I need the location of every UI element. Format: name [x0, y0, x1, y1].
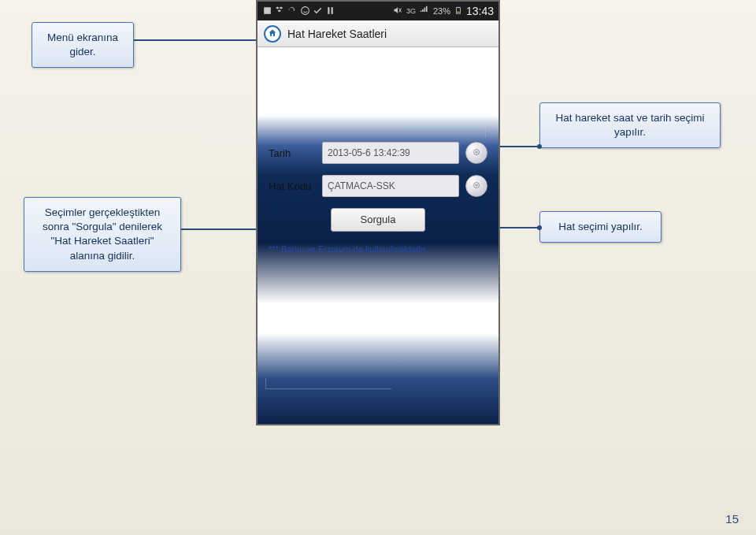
mute-icon	[393, 6, 402, 17]
check-icon	[313, 6, 323, 17]
picker-icon	[471, 147, 482, 160]
decor-line	[265, 378, 391, 389]
battery-icon	[454, 5, 462, 17]
svg-rect-6	[457, 12, 459, 13]
battery-percent: 23%	[433, 6, 450, 16]
status-left-icons	[262, 6, 335, 17]
svg-point-0	[302, 6, 309, 14]
app-header: Hat Hareket Saatleri	[258, 20, 498, 47]
row-hatkodu: Hat Kodu ÇATMACA-SSK	[269, 175, 487, 197]
tarih-picker-button[interactable]	[465, 142, 487, 164]
home-button[interactable]	[264, 25, 281, 43]
picker-icon	[471, 180, 482, 193]
svg-point-11	[476, 184, 477, 185]
svg-point-10	[474, 182, 480, 188]
pause-icon	[325, 6, 335, 17]
phone-frame: 3G 23% 13:43 Hat Hareket Saatleri Tarih …	[256, 0, 500, 425]
signal-icon	[420, 6, 429, 17]
hatkodu-field[interactable]: ÇATMACA-SSK	[322, 175, 459, 197]
svg-rect-7	[458, 7, 460, 8]
tarih-field[interactable]: 2013-05-6 13:42:39	[322, 142, 459, 164]
sync-icon	[287, 6, 298, 17]
signal-3g-icon: 3G	[406, 7, 416, 15]
row-tarih: Tarih 2013-05-6 13:42:39	[269, 142, 487, 164]
tarih-label: Tarih	[269, 147, 316, 159]
status-right: 3G 23% 13:43	[393, 5, 494, 17]
clock: 13:43	[466, 5, 494, 17]
callout-datetime: Hat hareket saat ve tarih seçimi yapılır…	[539, 102, 721, 148]
usage-note: *** Bartın ve Erzurum da kullanılmaktadı…	[269, 244, 487, 254]
home-icon	[268, 27, 277, 41]
sorgula-button[interactable]: Sorgula	[331, 208, 425, 232]
svg-point-8	[474, 149, 480, 154]
hatkodu-label: Hat Kodu	[269, 180, 316, 192]
callout-menu: Menü ekranına gider.	[32, 22, 134, 68]
app-body: Tarih 2013-05-6 13:42:39 Hat Kodu ÇATMAC…	[258, 47, 498, 424]
svg-rect-2	[332, 7, 333, 14]
dropbox-icon	[275, 6, 285, 17]
status-bar: 3G 23% 13:43	[258, 2, 498, 20]
svg-point-9	[476, 150, 477, 152]
image-icon	[262, 6, 272, 17]
connector	[134, 39, 266, 41]
callout-hat: Hat seçimi yapılır.	[539, 211, 662, 243]
callout-sorgula: Seçimler gerçekleştikten sonra "Sorgula"…	[24, 197, 181, 272]
hatkodu-picker-button[interactable]	[465, 175, 487, 197]
decor-line	[368, 126, 486, 137]
page-title: Hat Hareket Saatleri	[287, 28, 387, 40]
svg-rect-1	[328, 7, 329, 14]
page-number: 15	[725, 512, 739, 526]
whatsapp-icon	[300, 6, 310, 17]
